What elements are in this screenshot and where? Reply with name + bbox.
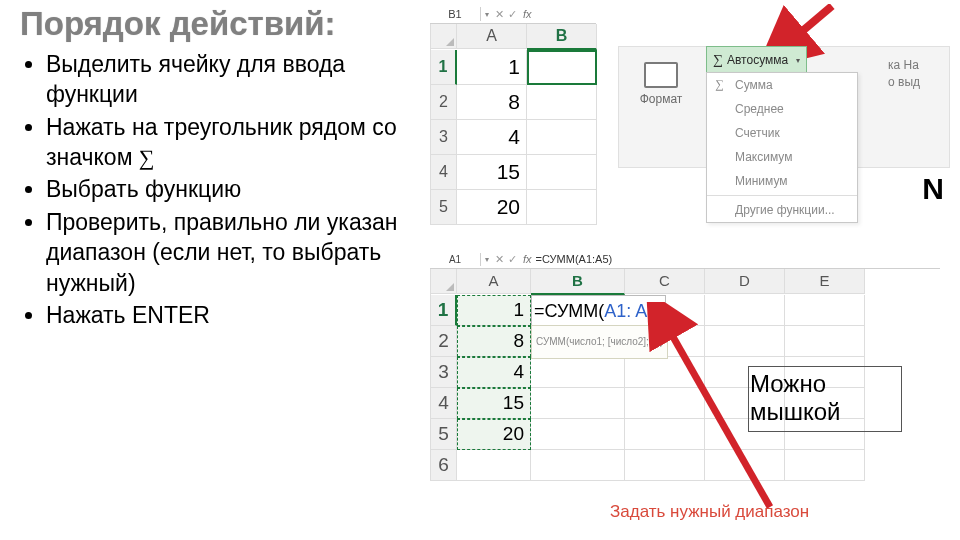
col-header[interactable]: B — [527, 24, 597, 50]
range-caption: Задать нужный диапазон — [610, 502, 809, 522]
autosum-label: Автосумма — [727, 53, 788, 67]
name-box[interactable]: B1 — [430, 7, 481, 21]
cell[interactable] — [531, 388, 625, 419]
cancel-icon[interactable]: ✕ — [495, 253, 504, 266]
cell[interactable] — [785, 450, 865, 481]
cell[interactable]: 1 — [457, 50, 527, 85]
formula-bar-icons: ✕ ✓ — [493, 8, 519, 21]
fx-icon[interactable]: fx — [519, 253, 532, 265]
grid: A B 1 1 2 8 3 4 4 15 5 20 — [430, 24, 596, 225]
enter-icon[interactable]: ✓ — [508, 8, 517, 21]
col-header[interactable]: B — [531, 269, 625, 295]
col-header[interactable]: D — [705, 269, 785, 294]
autosum-button[interactable]: ∑ Автосумма ▾ — [706, 46, 807, 74]
sigma-icon: ∑ — [713, 52, 723, 68]
mouse-note: Можно мышкой — [750, 370, 900, 425]
step-item: Проверить, правильно ли указан диапазон … — [46, 207, 420, 298]
format-label: Формат — [628, 92, 694, 106]
col-header[interactable]: A — [457, 24, 527, 49]
format-icon — [628, 58, 694, 92]
cell[interactable] — [527, 155, 597, 190]
fx-icon[interactable]: fx — [519, 8, 532, 20]
ribbon-fragment: Формат ∑ Автосумма ▾ Сумма Среднее Счетч… — [618, 26, 948, 206]
row-header[interactable]: 2 — [431, 85, 457, 120]
formula-prefix: =СУММ( — [534, 301, 604, 321]
cell[interactable]: 20 — [457, 190, 527, 225]
cell[interactable]: 8 — [457, 85, 527, 120]
cell[interactable]: 20 — [457, 419, 531, 450]
fragment-line: о выд — [888, 73, 948, 90]
step-item: Нажать на треугольник рядом со значком ∑ — [46, 112, 420, 173]
step-item: Выбрать функцию — [46, 174, 420, 204]
cell[interactable]: 4 — [457, 357, 531, 388]
cell[interactable]: 15 — [457, 388, 531, 419]
name-box[interactable]: A1 — [430, 253, 481, 266]
step-text-pre: Нажать на треугольник рядом со значком — [46, 114, 397, 170]
formula-bar: A1 ▾ ✕ ✓ fx =СУММ(A1:A5) — [430, 250, 940, 269]
cell[interactable] — [527, 85, 597, 120]
select-all-corner[interactable] — [431, 269, 457, 294]
row-header[interactable]: 4 — [431, 388, 457, 419]
menu-item-min[interactable]: Минимум — [707, 169, 857, 193]
menu-item-more[interactable]: Другие функции... — [707, 198, 857, 222]
cell[interactable]: 1 — [457, 295, 531, 326]
formula-bar-icons: ✕ ✓ — [493, 253, 519, 266]
menu-item-count[interactable]: Счетчик — [707, 121, 857, 145]
cell[interactable] — [531, 357, 625, 388]
cell[interactable] — [457, 450, 531, 481]
row-header[interactable]: 4 — [431, 155, 457, 190]
excel-sheet-top: B1 ▾ ✕ ✓ fx A B 1 1 2 8 3 4 4 15 5 — [430, 5, 596, 225]
menu-item-sum[interactable]: Сумма — [707, 73, 857, 97]
col-header[interactable]: C — [625, 269, 705, 294]
instructions-panel: Порядок действий: Выделить ячейку для вв… — [20, 5, 420, 332]
format-button[interactable]: Формат — [628, 58, 694, 106]
menu-divider — [707, 195, 857, 196]
select-all-corner[interactable] — [431, 24, 457, 49]
row-header[interactable]: 5 — [431, 419, 457, 450]
row-header[interactable]: 3 — [431, 120, 457, 155]
sigma-icon: ∑ — [139, 145, 155, 170]
step-item: Нажать ENTER — [46, 300, 420, 330]
cell[interactable]: 15 — [457, 155, 527, 190]
cancel-icon[interactable]: ✕ — [495, 8, 504, 21]
autosum-menu: Сумма Среднее Счетчик Максимум Минимум Д… — [706, 72, 858, 223]
menu-item-average[interactable]: Среднее — [707, 97, 857, 121]
cell[interactable] — [531, 419, 625, 450]
cell-formula[interactable]: =СУММ(A1: A5) СУММ(число1; [число2]; ...… — [531, 295, 625, 326]
step-item: Выделить ячейку для ввода функции — [46, 49, 420, 110]
ribbon-cropped-text: ка На о выд — [888, 58, 948, 90]
row-header[interactable]: 1 — [431, 295, 457, 326]
cell[interactable] — [531, 450, 625, 481]
row-header[interactable]: 3 — [431, 357, 457, 388]
cell[interactable] — [527, 190, 597, 225]
cell[interactable] — [527, 120, 597, 155]
chevron-down-icon[interactable]: ▾ — [792, 56, 800, 65]
formula-bar: B1 ▾ ✕ ✓ fx — [430, 5, 596, 24]
row-header[interactable]: 6 — [431, 450, 457, 481]
enter-icon[interactable]: ✓ — [508, 253, 517, 266]
svg-line-0 — [780, 6, 832, 50]
page-title: Порядок действий: — [20, 5, 420, 43]
cell[interactable] — [785, 326, 865, 357]
formula-input[interactable]: =СУММ(A1:A5) — [532, 253, 940, 265]
row-header[interactable]: 5 — [431, 190, 457, 225]
cell[interactable] — [785, 295, 865, 326]
row-header[interactable]: 1 — [431, 50, 457, 85]
col-header[interactable]: E — [785, 269, 865, 294]
cell[interactable]: 8 — [457, 326, 531, 357]
menu-item-max[interactable]: Максимум — [707, 145, 857, 169]
fragment-line: ка На — [888, 58, 948, 73]
cell[interactable]: 4 — [457, 120, 527, 155]
name-box-dropdown-icon[interactable]: ▾ — [481, 255, 493, 264]
row-header[interactable]: 2 — [431, 326, 457, 357]
name-box-dropdown-icon[interactable]: ▾ — [481, 10, 493, 19]
col-header[interactable]: A — [457, 269, 531, 294]
column-letter-fragment: N — [922, 172, 944, 206]
cell-active[interactable] — [527, 50, 597, 85]
steps-list: Выделить ячейку для ввода функции Нажать… — [20, 49, 420, 330]
